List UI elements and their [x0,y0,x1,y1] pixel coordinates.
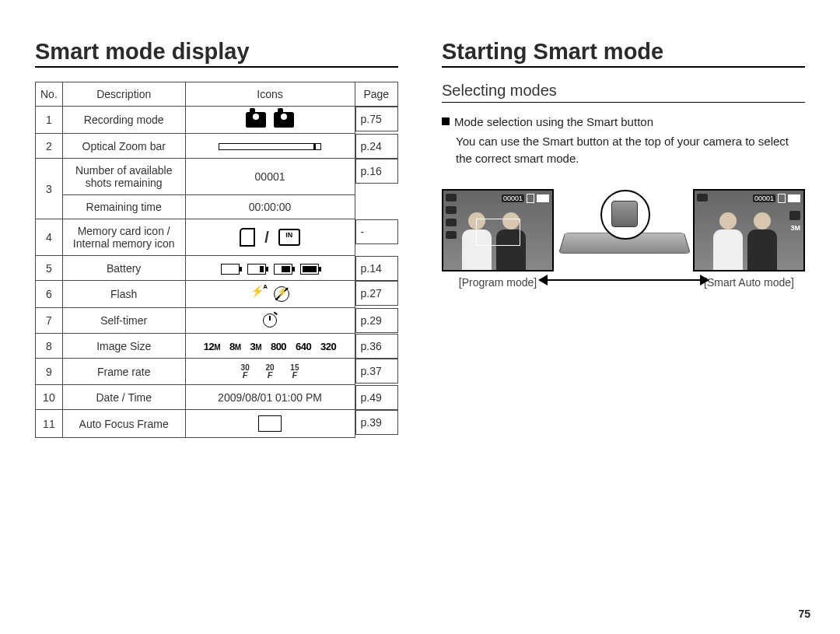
lcd-icon [446,206,457,214]
table-row: 1 Recording mode p.75 [36,107,398,134]
lcd-shots-counter: 00001 [502,194,524,202]
flash-auto-icon [250,286,264,302]
cell-desc: Recording mode [62,107,185,134]
image-size-option: 800 [271,341,286,352]
bullet-mode-selection: Mode selection using the Smart button [442,115,805,128]
cell-desc: Image Size [62,334,185,359]
cell-desc: Battery [62,256,185,281]
cell-no: 2 [36,134,63,159]
cell-page: p.36 [355,334,398,359]
th-no: No. [36,82,63,107]
memory-card-icon [240,228,255,247]
cell-no: 1 [36,107,63,134]
table-row: 7 Self-timer p.29 [36,308,398,334]
square-bullet-icon [442,117,450,125]
cell-desc: Flash [62,281,185,308]
lcd-program-mode: 00001 [442,189,554,271]
af-frame-icon [258,415,282,432]
cell-icons [185,281,355,308]
frame-rate-15-icon: 15F [288,364,302,379]
cell-desc: Remaining time [62,195,185,219]
cell-no: 10 [36,385,63,410]
body-paragraph: You can use the Smart button at the top … [456,133,805,167]
display-icons-table: No. Description Icons Page 1 Recording m… [35,82,398,438]
camera-smart-photo-icon [246,112,266,128]
cell-icons [185,134,355,159]
cell-desc: Frame rate [62,359,185,385]
page-number: 75 [798,608,810,620]
figure-smart-auto-mode: 00001 3M [Smart Auto mode] [693,189,805,289]
left-section-title: Smart mode display [35,39,398,68]
caption-program-mode: [Program mode] [459,276,537,289]
cell-no: 7 [36,308,63,334]
figure-program-mode: 00001 [Program mode] [442,189,554,289]
optical-zoom-bar-icon [219,143,321,150]
table-row: 5 Battery p.14 [36,256,398,281]
frame-rate-20-icon: 20F [263,364,277,379]
lcd-battery-icon [788,194,800,202]
cell-desc: Number of available shots remaining [62,159,185,195]
smart-button-icon [611,201,638,227]
th-page: Page [355,82,398,107]
lcd-battery-icon [537,194,549,202]
battery-mid-icon [274,264,292,275]
cell-desc: Auto Focus Frame [62,410,185,438]
cell-no: 11 [36,410,63,438]
caption-smart-auto-mode: [Smart Auto mode] [704,276,794,289]
lcd-card-icon [527,194,534,203]
image-size-option: 12M [204,341,220,352]
lcd-card-icon [778,194,786,203]
battery-full-icon [300,264,319,275]
lcd-smart-auto-mode: 00001 3M [693,189,805,271]
internal-memory-icon [278,229,300,246]
image-size-option: 640 [296,341,311,352]
camera-smart-video-icon [274,112,294,128]
cell-no: 5 [36,256,63,281]
lcd-flash-icon [789,211,800,220]
lcd-af-frame-icon [476,219,520,246]
table-row: 3 Number of available shots remaining 00… [36,159,398,195]
cell-page: p.75 [355,107,398,131]
selecting-modes-subtitle: Selecting modes [442,82,805,103]
battery-low-icon [247,264,266,275]
cell-no: 6 [36,281,63,308]
lcd-top-right: 00001 [502,194,549,203]
cell-icons: 30F 20F 15F [185,359,355,385]
table-row: 4 Memory card icon / Internal memory ico… [36,219,398,256]
th-icons: Icons [185,82,355,107]
image-size-option: 320 [320,341,336,352]
cell-icons [185,410,355,438]
mode-figure-row: 00001 [Program mode] [442,189,805,289]
lcd-left-icons [446,194,460,239]
cell-page: p.49 [355,385,398,410]
table-row: 2 Optical Zoom bar p.24 [36,134,398,159]
slash-separator: / [264,229,269,246]
cell-icons: 12M 8M 3M 800 640 320 [185,334,355,359]
lcd-shots-counter: 00001 [753,194,775,202]
cell-no: 4 [36,219,63,256]
cell-desc: Optical Zoom bar [62,134,185,159]
flash-off-icon [274,286,289,302]
lcd-mode-icon [697,194,708,201]
cell-icons: 00:00:00 [185,195,355,219]
cell-no: 8 [36,334,63,359]
right-section-title: Starting Smart mode [442,39,805,68]
self-timer-icon [263,313,277,328]
cell-desc: Self-timer [62,308,185,334]
cell-desc: Memory card icon / Internal memory icon [62,219,185,256]
table-row: 6 Flash p.27 [36,281,398,308]
lcd-top-right: 00001 [753,194,800,203]
th-desc: Description [62,82,185,107]
image-size-option: 3M [250,341,261,352]
cell-icons [185,256,355,281]
image-size-option: 8M [229,341,241,352]
table-row: Remaining time 00:00:00 [36,195,398,219]
table-row: 8 Image Size 12M 8M 3M 800 640 320 p.36 [36,334,398,359]
camera-top-illustration [558,190,689,264]
lcd-icon [446,219,457,226]
cell-page: p.39 [355,410,398,435]
table-row: 11 Auto Focus Frame p.39 [36,410,398,438]
lcd-mode-icon [446,194,457,201]
cell-page: p.14 [355,256,398,281]
double-arrow-icon [558,272,689,288]
